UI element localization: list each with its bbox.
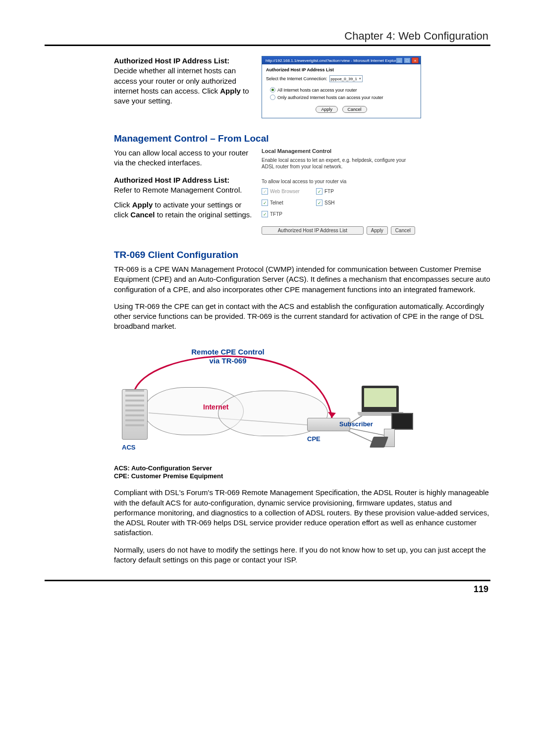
tr069-diagram: Remote CPE Controlvia TR-069 Internet Su…	[114, 339, 411, 462]
diagram-acs-label: ACS	[122, 444, 135, 451]
local-management-panel: Local Management Control Enable local ac…	[262, 148, 415, 235]
radio-all-hosts-label: All Internet hosts can access your route…	[277, 88, 357, 93]
tr069-p1: TR-069 is a CPE WAN Management Protocol …	[114, 264, 490, 295]
local-p1: You can allow local access to your route…	[114, 148, 253, 168]
tr069-p4: Normally, users do not have to modify th…	[114, 545, 490, 565]
legend-cpe: CPE: Customer Premise Equipment	[114, 472, 223, 480]
legend-acs: ACS: Auto-Configuration Server	[114, 464, 212, 472]
laptop-icon	[362, 386, 399, 413]
radio-authorized-only[interactable]	[270, 95, 275, 100]
radio-authorized-only-label: Only authorized Internet hosts can acces…	[277, 95, 383, 100]
select-value: pppoe_0_39_1	[331, 77, 357, 81]
diagram-subscriber-label: Subscriber	[339, 420, 373, 428]
lp-sub: Enable local access to let an expert, e.…	[262, 157, 415, 170]
local-p3c: to retain the original settings.	[155, 210, 252, 219]
diagram-cpe-label: CPE	[307, 435, 321, 443]
diagram-internet-label: Internet	[203, 403, 228, 411]
minimize-icon[interactable]: –	[396, 57, 403, 63]
authorized-host-list-button[interactable]: Authorized Host IP Address List	[262, 226, 364, 235]
header-rule	[45, 45, 490, 46]
svg-line-3	[347, 428, 384, 435]
local-p2: Refer to Remote Management Control.	[114, 186, 242, 194]
chevron-down-icon: ▾	[359, 77, 361, 81]
ie-cancel-button[interactable]: Cancel	[342, 106, 367, 113]
ahip-text-a: Decide whether all internet hosts can ac…	[114, 66, 236, 95]
maximize-icon[interactable]: □	[404, 57, 411, 63]
lp-cancel-button[interactable]: Cancel	[391, 226, 415, 235]
checkbox-web-browser-label: Web Browser	[270, 189, 300, 194]
radio-all-hosts[interactable]	[270, 87, 275, 93]
ahip-title: Authorized Host IP Address List:	[114, 56, 229, 65]
internet-connection-select[interactable]: pppoe_0_39_1 ▾	[329, 75, 363, 82]
diagram-title: Remote CPE Controlvia TR-069	[178, 348, 277, 365]
checkbox-ssh[interactable]	[316, 200, 322, 206]
svg-marker-0	[328, 412, 336, 418]
monitor-icon	[391, 413, 413, 430]
section-heading-tr069: TR-069 Client Configuration	[114, 250, 490, 260]
section-heading-local: Management Control – From Local	[114, 133, 490, 144]
lp-allow-text: To allow local access to your router via	[262, 179, 415, 184]
page-header: Chapter 4: Web Configuration	[45, 30, 490, 43]
checkbox-ftp[interactable]	[316, 188, 322, 195]
checkbox-tftp-label: TFTP	[270, 211, 282, 217]
ie-panel-title: Authorized Host IP Address List	[266, 67, 417, 72]
checkbox-telnet-label: Telnet	[270, 200, 283, 205]
local-ahip-title: Authorized Host IP Address List:	[114, 176, 229, 184]
local-p3a: Click	[114, 201, 132, 209]
lp-apply-button[interactable]: Apply	[367, 226, 388, 235]
checkbox-ftp-label: FTP	[324, 189, 334, 194]
server-icon	[122, 389, 148, 440]
ahip-apply-word: Apply	[220, 87, 241, 95]
ie-select-label: Select the Internet Connection:	[266, 76, 327, 81]
checkbox-tftp[interactable]	[262, 211, 268, 217]
ie-apply-button[interactable]: Apply	[316, 106, 338, 113]
lp-title: Local Management Control	[262, 148, 415, 154]
local-apply-word: Apply	[132, 201, 153, 209]
page-number: 119	[45, 584, 490, 595]
checkbox-ssh-label: SSH	[324, 200, 335, 205]
ie-title-text: http://192.168.1.1/eweveriglist.cmd?acti…	[266, 58, 396, 63]
tr069-p3: Compliant with DSL's Forum's TR-069 Remo…	[114, 488, 490, 538]
ie-window: http://192.168.1.1/eweveriglist.cmd?acti…	[262, 56, 421, 118]
footer-rule	[45, 580, 490, 581]
tr069-p2: Using TR-069 the CPE can get in contact …	[114, 302, 490, 332]
close-icon[interactable]: ×	[412, 57, 419, 63]
ie-titlebar: http://192.168.1.1/eweveriglist.cmd?acti…	[262, 56, 421, 64]
checkbox-web-browser[interactable]	[262, 188, 268, 195]
checkbox-telnet[interactable]	[262, 200, 268, 206]
local-cancel-word: Cancel	[130, 210, 155, 219]
